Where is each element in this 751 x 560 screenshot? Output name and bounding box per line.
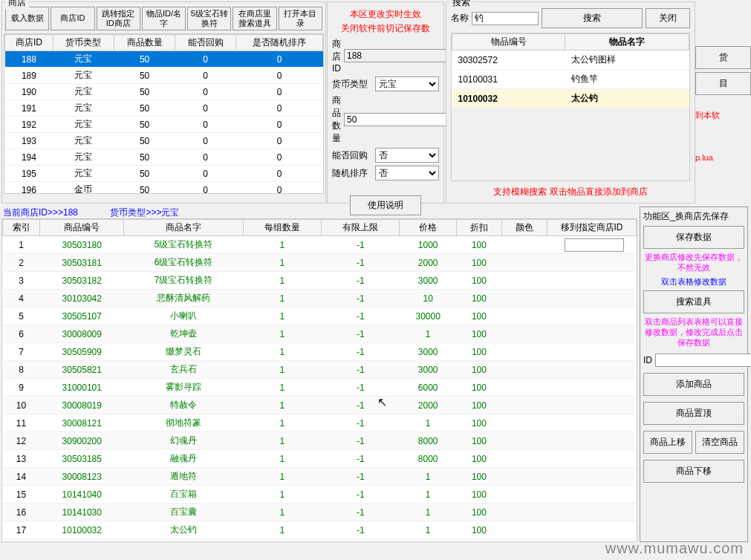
goods-col-header[interactable]: 商品名字	[124, 220, 243, 236]
func-hint-3: 双击商品列表表格可以直接修改数据，修改完成后点击保存数据	[643, 316, 744, 348]
search-input[interactable]	[472, 12, 539, 25]
goods-row[interactable]: 630008009乾坤壶1-11100	[3, 325, 637, 343]
search-panel-title: 搜索	[449, 0, 473, 9]
up-button[interactable]: 商品上移	[643, 431, 692, 454]
search-panel: 搜索 名称 搜索 关闭 物品编号物品名字30302572太公钓图样1010003…	[446, 1, 695, 204]
func-hint-2: 双击表格修改数据	[643, 276, 744, 287]
goods-row[interactable]: 1610141030百宝囊1-11100	[3, 504, 637, 521]
qty-label: 商品数量	[332, 94, 341, 145]
cutoff-btn-1[interactable]: 货	[695, 46, 751, 69]
goods-col-header[interactable]: 索引	[3, 220, 40, 236]
search-name-label: 名称	[451, 12, 469, 25]
search-item-button[interactable]: 搜索道具	[643, 290, 744, 313]
shop-col-header[interactable]: 是否随机排序	[236, 35, 323, 51]
top-button[interactable]: 商品置顶	[643, 402, 744, 425]
search-row[interactable]: 30302572太公钓图样	[452, 51, 689, 70]
goods-row[interactable]: 1710100032太公钓1-11100	[3, 521, 637, 539]
goods-row[interactable]: 3305031827级宝石转换符1-13000100	[3, 272, 637, 290]
open-dir-button[interactable]: 打开本目录	[279, 7, 322, 30]
goods-row[interactable]: 1330503185融魂丹1-18000100	[3, 450, 637, 468]
search-in-shop-button[interactable]: 在商店里搜索道具	[233, 7, 276, 30]
search-button[interactable]: 搜索	[542, 8, 643, 28]
goods-col-header[interactable]: 移到指定商店ID	[547, 220, 637, 236]
goods-row[interactable]: 18	[3, 539, 637, 543]
clear-button[interactable]: 清空商品	[695, 431, 744, 454]
shop-row[interactable]: 190元宝5000	[5, 84, 323, 100]
buyback-label: 能否回购	[332, 149, 372, 162]
search-hint: 支持模糊搜索 双击物品直接添加到商店	[446, 183, 695, 201]
shop-table[interactable]: 商店ID货币类型商品数量能否回购是否随机排序188元宝5000189元宝5000…	[4, 33, 324, 194]
func-id-label: ID	[643, 355, 652, 365]
edit-panel: 本区更改实时生效 关闭软件前切记保存数 商店ID 货币类型元宝 商品数量 能否回…	[327, 1, 444, 204]
goods-row[interactable]: 1130008121彻地符篆1-11100	[3, 414, 637, 432]
func-id-input[interactable]	[655, 354, 751, 367]
edit-hint-1: 本区更改实时生效	[331, 8, 440, 21]
goods-row[interactable]: 2305031816级宝石转换符1-12000100	[3, 254, 637, 272]
search-row[interactable]: 10100032太公钓	[452, 89, 689, 108]
goods-col-header[interactable]: 颜色	[501, 220, 547, 236]
function-panel: 功能区_换商店先保存 保存数据 更换商店修改先保存数据，不然无效 双击表格修改数…	[640, 206, 748, 542]
goods-panel[interactable]: 索引商品编号商品名字每组数量有限上限价格折扣颜色移到指定商店ID13050318…	[1, 218, 637, 542]
random-select[interactable]: 否	[375, 166, 439, 180]
add-button[interactable]: 添加商品	[643, 373, 744, 396]
shop-toolbar: 载入数据 商店ID 跳转指定ID商店 物品ID/名字 5级宝石转换符 在商店里搜…	[2, 2, 325, 32]
goods-row[interactable]: 1230900200幻魂丹1-18000100	[3, 432, 637, 450]
search-results[interactable]: 物品编号物品名字30302572太公钓图样10100031钓鱼竿10100032…	[451, 33, 690, 181]
goods-row[interactable]: 530505107小喇叭1-130000100	[3, 307, 637, 325]
shop-col-header[interactable]: 能否回购	[175, 35, 236, 51]
shop-row[interactable]: 191元宝5000	[5, 100, 323, 117]
shop-col-header[interactable]: 商店ID	[5, 35, 53, 51]
cutoff-btn-2[interactable]: 目	[695, 72, 751, 95]
manual-button[interactable]: 使用说明	[350, 195, 421, 215]
func-title: 功能区_换商店先保存	[643, 210, 744, 223]
shop-row[interactable]: 192元宝5000	[5, 117, 323, 133]
buyback-select[interactable]: 否	[375, 148, 439, 163]
goods-col-header[interactable]: 有限上限	[322, 220, 400, 236]
goods-row[interactable]: 1510141040百宝箱1-11100	[3, 486, 637, 504]
goods-row[interactable]: 730505909缀梦灵石1-13000100	[3, 343, 637, 361]
goods-col-header[interactable]: 折扣	[456, 220, 501, 236]
save-button[interactable]: 保存数据	[643, 226, 744, 249]
goods-row[interactable]: 931000101雾影寻踪1-16000100	[3, 379, 637, 397]
shop-row[interactable]: 189元宝5000	[5, 68, 323, 84]
shop-id-input[interactable]	[344, 49, 461, 62]
shop-row[interactable]: 194元宝5000	[5, 149, 323, 166]
jump-button[interactable]: 跳转指定ID商店	[97, 7, 140, 30]
random-label: 随机排序	[332, 167, 372, 180]
goods-row[interactable]: 430103042悲酥清风解药1-110100	[3, 290, 637, 307]
shop-row[interactable]: 196金币5000	[5, 182, 323, 195]
current-currency: 货币类型>>>元宝	[110, 207, 179, 218]
qty-input[interactable]	[344, 113, 461, 126]
func-hint-1: 更换商店修改先保存数据，不然无效	[643, 252, 744, 273]
currency-label: 货币类型	[332, 78, 372, 91]
load-button[interactable]: 载入数据	[5, 7, 49, 30]
search-col-header[interactable]: 物品名字	[565, 34, 689, 51]
shop-col-header[interactable]: 货币类型	[53, 35, 114, 51]
search-row[interactable]: 10100031钓鱼竿	[452, 70, 689, 89]
gem-convert-button[interactable]: 5级宝石转换符	[187, 7, 231, 30]
goods-col-header[interactable]: 每组数量	[243, 220, 321, 236]
goods-col-header[interactable]: 价格	[400, 220, 456, 236]
goods-row[interactable]: 1030008019特赦令1-12000100	[3, 397, 637, 414]
goods-row[interactable]: 830505821玄兵石1-13000100	[3, 361, 637, 379]
shop-id-label: 商店ID	[332, 38, 341, 74]
down-button[interactable]: 商品下移	[643, 460, 744, 483]
shop-id-button[interactable]: 商店ID	[51, 7, 94, 30]
currency-select[interactable]: 元宝	[375, 76, 439, 91]
shop-panel-title: 商店	[5, 0, 29, 9]
search-close-button[interactable]: 关闭	[646, 8, 690, 28]
shop-row[interactable]: 193元宝5000	[5, 133, 323, 149]
item-id-button[interactable]: 物品ID/名字	[142, 7, 186, 30]
shop-col-header[interactable]: 商品数量	[114, 35, 175, 51]
move-to-input[interactable]	[565, 238, 624, 252]
goods-col-header[interactable]: 商品编号	[40, 220, 124, 236]
goods-row[interactable]: 1430008123遁地符1-11100	[3, 468, 637, 486]
shop-panel: 商店 载入数据 商店ID 跳转指定ID商店 物品ID/名字 5级宝石转换符 在商…	[1, 1, 326, 204]
current-info: 当前商店ID>>>188 货币类型>>>元宝	[3, 206, 179, 219]
cutoff-lua: p.lua	[695, 153, 713, 162]
edit-hint-2: 关闭软件前切记保存数	[331, 22, 440, 35]
shop-row[interactable]: 195元宝5000	[5, 166, 323, 182]
goods-row[interactable]: 1305031805级宝石转换符1-11000100	[3, 236, 637, 254]
search-col-header[interactable]: 物品编号	[452, 34, 565, 51]
shop-row[interactable]: 188元宝5000	[5, 51, 323, 68]
